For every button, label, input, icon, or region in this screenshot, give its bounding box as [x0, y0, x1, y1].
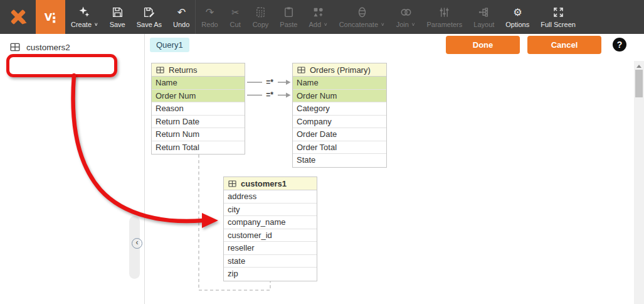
save-as-icon	[143, 6, 155, 18]
table-field-row[interactable]: zip	[224, 268, 317, 281]
vertical-scrollbar-thumb[interactable]	[635, 70, 643, 97]
chevron-down-icon: ∨	[381, 22, 385, 27]
table-field-row[interactable]: Order Num	[152, 90, 245, 103]
full-screen-icon	[552, 6, 564, 18]
table-grid-icon	[228, 180, 237, 188]
full-screen-button[interactable]: Full Screen ∨	[535, 0, 581, 34]
table-title: Returns	[169, 65, 198, 75]
chevron-down-icon: ∨	[94, 22, 98, 27]
app-logo[interactable]	[0, 0, 36, 34]
table-customers1[interactable]: customers1 address city company_name cus…	[223, 176, 317, 281]
help-button[interactable]: ?	[613, 38, 626, 52]
table-field-row[interactable]: company_name	[224, 216, 317, 229]
table-field-row[interactable]: city	[224, 204, 317, 217]
concatenate-icon	[356, 6, 368, 18]
redo-button: Redo ∨	[196, 0, 223, 34]
table-field-row[interactable]: Company	[293, 116, 386, 129]
join-rings-icon	[400, 6, 412, 18]
table-field-row[interactable]: Order Total	[293, 141, 386, 155]
chevron-down-icon: ∨	[411, 22, 416, 27]
table-field-row[interactable]: Name	[152, 77, 245, 90]
table-header: customers1	[224, 177, 317, 190]
options-button[interactable]: Options ∨	[500, 0, 535, 34]
main-toolbar: Create ∨ Save ∨ Save As ∨	[0, 0, 644, 34]
add-shapes-icon	[312, 6, 324, 18]
sidebar-item-label: customers2	[26, 43, 70, 52]
table-field-row[interactable]: Return Num	[152, 128, 245, 141]
table-grid-icon	[156, 66, 165, 74]
table-grid-icon	[297, 66, 306, 74]
join-operator-label: =*	[263, 78, 277, 87]
done-button[interactable]: Done	[446, 36, 520, 54]
sparkle-icon	[78, 6, 90, 18]
table-title: Orders (Primary)	[310, 65, 371, 75]
table-orders-primary[interactable]: Orders (Primary) Name Order Num Category…	[292, 63, 387, 168]
table-field-row[interactable]: reseller	[224, 242, 317, 255]
save-icon	[112, 6, 124, 18]
sidebar-item-customers2[interactable]: customers2	[0, 34, 144, 52]
add-button: Add ∨	[303, 0, 333, 34]
copy-button: Copy ∨	[247, 0, 275, 34]
collapse-chevron-left-icon[interactable]: ‹	[132, 238, 142, 249]
table-returns[interactable]: Returns Name Order Num Reason Return Dat…	[151, 63, 245, 155]
table-field-row[interactable]: State	[293, 154, 386, 167]
table-field-row[interactable]: Name	[293, 77, 386, 90]
redo-icon	[204, 6, 216, 18]
table-title: customers1	[241, 179, 287, 188]
table-field-row[interactable]: Order Num	[293, 90, 386, 103]
table-field-row[interactable]: Reason	[152, 102, 245, 116]
cut-icon	[230, 6, 241, 18]
table-field-row[interactable]: customer_id	[224, 229, 317, 242]
save-as-button[interactable]: Save As ∨	[131, 0, 167, 34]
table-field-row[interactable]: Category	[293, 102, 386, 116]
query-tab[interactable]: Query1	[150, 38, 189, 52]
paste-icon	[283, 6, 295, 18]
table-header: Orders (Primary)	[293, 63, 386, 77]
scrollbar-up-arrow-icon[interactable]	[636, 65, 641, 68]
annotation-highlight-box	[6, 54, 117, 77]
undo-icon	[176, 6, 187, 18]
active-tool-icon	[43, 9, 58, 24]
vertical-scrollbar-track[interactable]	[634, 61, 644, 304]
table-field-row[interactable]: state	[224, 255, 317, 268]
concatenate-button: Concatenate ∨	[334, 0, 391, 34]
copy-icon	[255, 6, 267, 18]
active-tool-tab[interactable]	[36, 0, 65, 34]
gear-icon	[512, 6, 524, 18]
table-header: Returns	[152, 63, 245, 77]
table-grid-icon	[9, 42, 21, 52]
layout-tree-icon	[478, 6, 490, 18]
table-field-row[interactable]: Return Date	[152, 116, 245, 129]
undo-button[interactable]: Undo ∨	[167, 0, 196, 34]
save-button[interactable]: Save ∨	[104, 0, 131, 34]
chevron-down-icon: ∨	[324, 22, 328, 27]
table-field-row[interactable]: Order Date	[293, 128, 386, 141]
join-button: Join ∨	[391, 0, 421, 34]
cancel-button[interactable]: Cancel	[527, 36, 601, 54]
table-field-row[interactable]: Return Total	[152, 141, 245, 155]
crossed-tools-logo-icon	[8, 7, 28, 27]
toolbar-items: Create ∨ Save ∨ Save As ∨	[65, 0, 581, 34]
table-field-row[interactable]: address	[224, 190, 317, 204]
sliders-icon	[438, 6, 450, 18]
join-operator-label: =*	[263, 90, 277, 99]
parameters-button: Parameters ∨	[421, 0, 468, 34]
cut-button: Cut ∨	[224, 0, 247, 34]
paste-button: Paste ∨	[274, 0, 303, 34]
create-button[interactable]: Create ∨	[65, 0, 104, 34]
query-tab-label: Query1	[156, 40, 183, 50]
layout-button: Layout ∨	[468, 0, 500, 34]
